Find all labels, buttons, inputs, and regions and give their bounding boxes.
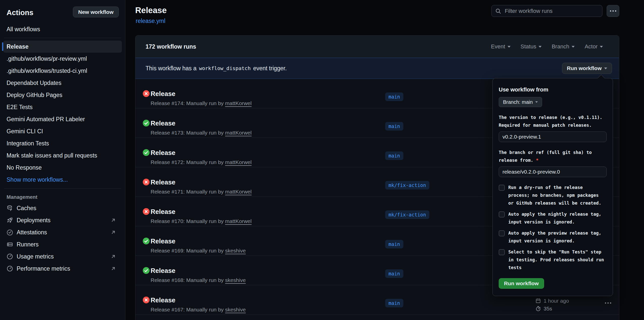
sidebar-workflow-label: E2E Tests	[7, 104, 33, 111]
sidebar-workflow-item[interactable]: Dependabot Updates	[3, 77, 122, 89]
branch-badge[interactable]: main	[385, 122, 403, 131]
sidebar-item-attestations[interactable]: Attestations	[0, 226, 125, 238]
external-link-icon	[110, 254, 116, 259]
checkbox[interactable]	[499, 211, 505, 217]
sidebar-workflow-item[interactable]: .github/workflows/trusted-ci.yml	[3, 65, 122, 77]
run-title-link[interactable]: Release	[151, 119, 175, 127]
run-success-icon	[143, 120, 150, 126]
workflow-file-link[interactable]: release.yml	[136, 18, 165, 24]
run-title-link[interactable]: Release	[151, 90, 175, 98]
sidebar-workflow-item[interactable]: Gemini Automated PR Labeler	[3, 113, 122, 125]
sidebar-workflow-label: .github/workflows/trusted-ci.yml	[7, 68, 87, 74]
sidebar-workflow-item[interactable]: No Response	[3, 162, 122, 174]
sidebar-item-label: Attestations	[17, 229, 47, 236]
run-actor-link[interactable]: skeshive	[225, 307, 246, 312]
run-actor-link[interactable]: mattKorwel	[225, 100, 251, 106]
branch-badge[interactable]: main	[385, 240, 403, 248]
filter-workflow-runs-searchbox	[491, 5, 602, 17]
workflow-options-kebab-button[interactable]	[607, 5, 619, 17]
sidebar-workflow-item[interactable]: Integration Tests	[3, 137, 122, 149]
sidebar-item-performance-metrics[interactable]: Performance metrics	[0, 263, 125, 275]
run-description: Release #172: Manually run by mattKorwel	[151, 159, 251, 165]
run-actor-link[interactable]: mattKorwel	[225, 159, 251, 165]
branch-badge[interactable]: mk/fix-action	[385, 210, 429, 219]
sidebar-item-caches[interactable]: Caches	[0, 202, 125, 214]
run-workflow-dropdown-button[interactable]: Run workflow	[562, 63, 612, 74]
search-icon	[495, 8, 501, 14]
branch-selector-button[interactable]: Branch: main	[499, 97, 542, 107]
sidebar-workflow-label: Mark stale issues and pull requests	[7, 152, 97, 159]
sidebar-workflow-item[interactable]: .github/workflows/pr-review.yml	[3, 53, 122, 65]
run-workflow-submit-button[interactable]: Run workflow	[499, 278, 544, 289]
chevron-down-icon	[600, 46, 603, 48]
show-more-workflows-link[interactable]: Show more workflows...	[0, 174, 125, 186]
branch-badge[interactable]: main	[385, 269, 403, 278]
page-title: Release	[135, 6, 167, 15]
run-actor-link[interactable]: skeshive	[225, 277, 246, 283]
sidebar-workflow-label: No Response	[7, 164, 42, 171]
run-description: Release #171: Manually run by mattKorwel	[151, 189, 251, 195]
chevron-down-icon	[535, 101, 538, 103]
run-title-link[interactable]: Release	[151, 178, 175, 186]
sidebar-item-deployments[interactable]: Deployments	[0, 214, 125, 226]
run-actor-link[interactable]: mattKorwel	[225, 130, 251, 136]
run-actor-link[interactable]: skeshive	[225, 248, 246, 253]
branch-badge[interactable]: main	[385, 151, 403, 160]
sidebar-workflow-label: .github/workflows/pr-review.yml	[7, 55, 87, 62]
sidebar-workflow-item[interactable]: Deploy GitHub Pages	[3, 89, 122, 101]
run-title-link[interactable]: Release	[151, 149, 175, 157]
run-title-link[interactable]: Release	[151, 267, 175, 275]
sidebar-workflow-item[interactable]: Mark stale issues and pull requests	[3, 149, 122, 162]
filter-actor[interactable]: Actor	[585, 43, 603, 50]
stopwatch-icon	[535, 306, 541, 311]
banner-code: workflow_dispatch	[199, 65, 251, 71]
meter-icon	[7, 253, 13, 260]
checkbox-label: Auto apply the preview release tag, inpu…	[508, 229, 601, 245]
run-description: Release #169: Manually run by skeshive	[151, 248, 246, 254]
ref-input[interactable]	[499, 167, 607, 177]
branch-badge[interactable]: main	[385, 299, 403, 307]
sidebar-item-usage-metrics[interactable]: Usage metrics	[0, 250, 125, 263]
chevron-down-icon	[508, 46, 511, 48]
sidebar-item-runners[interactable]: Runners	[0, 238, 125, 250]
sidebar-item-all-workflows[interactable]: All workflows	[0, 23, 125, 35]
sidebar-workflow-label: Deploy GitHub Pages	[7, 92, 62, 99]
sidebar-workflow-item[interactable]: E2E Tests	[3, 101, 122, 113]
branch-badge[interactable]: mk/fix-action	[385, 181, 429, 189]
filter-status[interactable]: Status	[521, 43, 542, 50]
management-section-label: Management	[0, 192, 125, 202]
run-description: Release #167: Manually run by skeshive	[151, 307, 246, 313]
panel-title: Use workflow from	[499, 86, 607, 93]
run-description: Release #168: Manually run by skeshive	[151, 277, 246, 283]
sidebar-workflow-item[interactable]: Gemini CLI CI	[3, 125, 122, 137]
checkbox[interactable]	[499, 185, 505, 191]
kebab-icon	[605, 302, 611, 304]
run-actor-link[interactable]: mattKorwel	[225, 189, 251, 195]
run-title-link[interactable]: Release	[151, 237, 175, 245]
external-link-icon	[110, 217, 116, 223]
sidebar-workflow-item[interactable]: Release	[3, 41, 122, 53]
checkbox[interactable]	[499, 230, 505, 236]
runs-count: 172 workflow runs	[146, 43, 196, 50]
checkbox[interactable]	[499, 249, 505, 255]
version-input[interactable]	[499, 132, 607, 142]
actions-sidebar: Actions New workflow All workflows Relea…	[0, 0, 125, 320]
run-options-kebab-button[interactable]	[603, 301, 613, 305]
run-success-icon	[143, 149, 150, 156]
run-filters: Event Status Branch Actor	[491, 43, 603, 50]
chevron-down-icon	[604, 68, 607, 69]
run-failed-icon	[143, 179, 150, 185]
filter-branch[interactable]: Branch	[552, 43, 575, 50]
run-title-link[interactable]: Release	[151, 208, 175, 216]
sidebar-item-label: Usage metrics	[17, 253, 54, 260]
branch-badge[interactable]: main	[385, 92, 403, 101]
new-workflow-button[interactable]: New workflow	[73, 7, 119, 17]
external-link-icon	[110, 266, 116, 271]
filter-workflow-runs-input[interactable]	[492, 5, 602, 17]
filter-event[interactable]: Event	[491, 43, 510, 50]
run-actor-link[interactable]: mattKorwel	[225, 218, 251, 224]
version-field-label: The version to release (e.g., v0.1.11). …	[499, 114, 607, 129]
run-title-link[interactable]: Release	[151, 296, 175, 304]
run-description: Release #174: Manually run by mattKorwel	[151, 100, 251, 106]
rocket-icon	[7, 217, 13, 223]
